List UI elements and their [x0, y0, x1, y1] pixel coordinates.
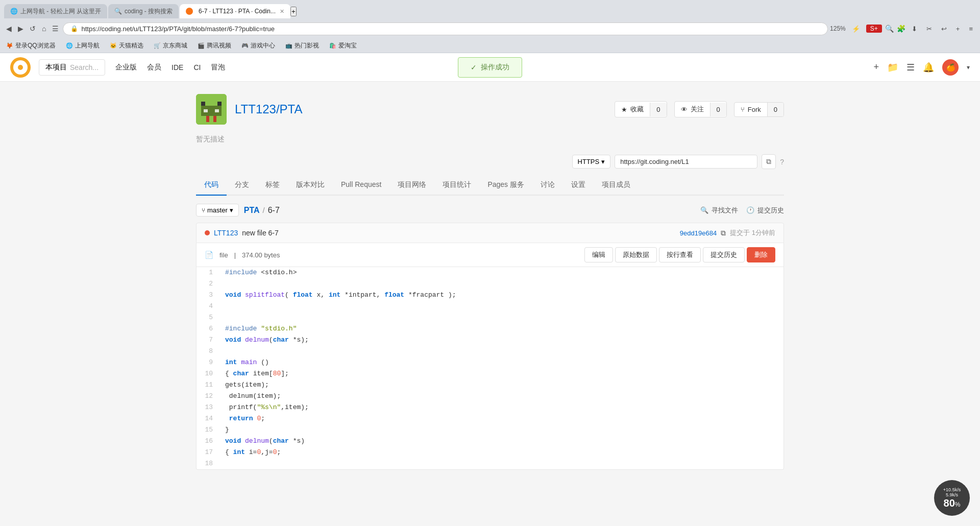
code-line-6: 6 #include "stdio.h": [197, 323, 783, 334]
help-icon[interactable]: ?: [780, 158, 784, 166]
watch-button[interactable]: 👁 关注 0: [674, 101, 727, 117]
watch-icon: 👁: [681, 106, 688, 113]
tab-network[interactable]: 项目网络: [389, 175, 434, 196]
raw-button[interactable]: 原始数据: [615, 247, 657, 262]
code-line-9: 9 int main (): [197, 357, 783, 368]
svg-rect-1: [201, 102, 205, 106]
bookmark-jd[interactable]: 🛒 京东商城: [152, 40, 189, 51]
nav-enterprise[interactable]: 企业版: [115, 61, 137, 74]
bookmark-tencent[interactable]: 🎬 腾讯视频: [195, 40, 233, 51]
project-title-link[interactable]: LTT123/PTA: [235, 102, 303, 116]
bookmark-tmall[interactable]: 🐱 天猫精选: [108, 40, 145, 51]
protocol-selector[interactable]: HTTPS ▾: [572, 155, 611, 169]
tab-compare[interactable]: 版本对比: [288, 175, 333, 196]
notification-text: 操作成功: [481, 63, 509, 72]
commit-history-button[interactable]: 🕐 提交历史: [746, 206, 784, 215]
undo-button[interactable]: ↩: [938, 24, 950, 34]
tab-pages[interactable]: Pages 服务: [479, 175, 532, 196]
bookmark-button[interactable]: ☰: [50, 22, 61, 35]
bookmark-icon-taobao: 🛍️: [329, 42, 336, 49]
file-action-buttons: 编辑 原始数据 按行查看 提交历史 删除: [584, 247, 775, 262]
history-button[interactable]: 提交历史: [703, 247, 745, 262]
tab-close-icon[interactable]: ✕: [280, 8, 284, 15]
edit-button[interactable]: 编辑: [584, 247, 613, 262]
menu-button[interactable]: S+: [866, 25, 882, 33]
svg-rect-6: [213, 116, 216, 122]
nav-bubble[interactable]: 冒泡: [211, 61, 225, 74]
search-btn[interactable]: 🔍: [885, 25, 894, 33]
find-file-button[interactable]: 🔍 寻找文件: [700, 206, 738, 215]
scissors-button[interactable]: ✂: [923, 24, 935, 34]
bookmark-qq[interactable]: 🦊 登录QQ浏览器: [4, 40, 58, 51]
network-percent-sign: %: [955, 501, 961, 508]
commit-author[interactable]: LTT123: [214, 229, 238, 237]
bookmark-games[interactable]: 🎮 游戏中心: [239, 40, 277, 51]
code-line-4: 4: [197, 301, 783, 312]
commit-message: new file 6-7: [242, 229, 279, 237]
logo-dot: [18, 65, 23, 70]
line-view-button[interactable]: 按行查看: [659, 247, 701, 262]
bookmark-label-movies: 热门影视: [295, 41, 319, 50]
reload-button[interactable]: ↺: [28, 22, 38, 35]
overflow-button[interactable]: ≡: [966, 24, 976, 34]
star-button[interactable]: ★ 收藏 0: [615, 101, 667, 117]
browser-tab-3[interactable]: 6-7 · LTT123 · PTA · Codin... ✕: [180, 4, 290, 18]
code-line-15: 15 }: [197, 424, 783, 436]
search-icon: 🔍: [700, 206, 708, 214]
line-number-9: 9: [197, 357, 217, 368]
bell-icon[interactable]: 🔔: [923, 62, 934, 73]
commit-time: 提交于 1分钟前: [730, 228, 775, 237]
tab-code[interactable]: 代码: [196, 175, 227, 196]
bookmark-taobao[interactable]: 🛍️ 爱淘宝: [327, 40, 359, 51]
delete-button[interactable]: 删除: [747, 247, 775, 262]
tab-tags[interactable]: 标签: [257, 175, 288, 196]
bookmark-icon-tencent: 🎬: [198, 42, 205, 49]
path-bar: ⑂ master ▾ PTA / 6-7 🔍 寻找文件 🕐 提交历史: [196, 204, 784, 217]
tab-settings[interactable]: 设置: [563, 175, 594, 196]
nav-ide[interactable]: IDE: [172, 61, 183, 74]
file-info-bar: 📄 file | 374.00 bytes 编辑 原始数据 按行查看 提交历史 …: [196, 243, 784, 267]
url-bar[interactable]: 🔒 https://coding.net/u/LTT123/p/PTA/git/…: [63, 22, 828, 35]
tab-pullrequest[interactable]: Pull Request: [333, 175, 389, 196]
line-number-11: 11: [197, 379, 217, 391]
browser-tab-1[interactable]: 🌐 上网导航 - 轻松上网 从这里开: [4, 4, 107, 18]
file-info-left: 📄 file | 374.00 bytes: [205, 251, 280, 259]
tab-stats[interactable]: 项目统计: [434, 175, 479, 196]
fork-button[interactable]: ⑂ Fork 0: [734, 102, 784, 117]
forward-button[interactable]: ▶: [16, 22, 26, 35]
download-button[interactable]: ⬇: [909, 24, 920, 34]
folder-icon[interactable]: 📁: [887, 62, 898, 73]
app-logo[interactable]: [10, 57, 31, 78]
branch-selector[interactable]: ⑂ master ▾: [196, 204, 239, 217]
nav-member[interactable]: 会员: [147, 61, 161, 74]
repo-url-input[interactable]: [615, 155, 757, 169]
project-search-box[interactable]: 本项目 Search...: [39, 59, 105, 76]
copy-url-button[interactable]: ⧉: [762, 154, 776, 169]
bookmark-nav[interactable]: 🌐 上网导航: [64, 40, 102, 51]
list-icon[interactable]: ☰: [906, 62, 915, 73]
code-block: 1 #include <stdio.h> 2 3 void splitfloat…: [196, 267, 784, 470]
commit-hash[interactable]: 9edd19e684: [680, 229, 717, 237]
line-content-10: { char item[80];: [217, 368, 783, 379]
tab-members[interactable]: 项目成员: [594, 175, 639, 196]
dropdown-arrow[interactable]: ▾: [967, 64, 970, 71]
back-button[interactable]: ◀: [4, 22, 14, 35]
tab-favicon-3: [186, 8, 193, 15]
browser-tab-2[interactable]: 🔍 coding - 搜狗搜索: [108, 4, 179, 18]
new-tab-button[interactable]: +: [290, 7, 297, 16]
tab-discussion[interactable]: 讨论: [532, 175, 563, 196]
nav-ci[interactable]: CI: [193, 61, 201, 74]
add-icon[interactable]: +: [873, 62, 879, 73]
user-avatar[interactable]: 🍊: [942, 59, 959, 76]
code-line-11: 11 gets(item);: [197, 379, 783, 391]
copy-hash-icon[interactable]: ⧉: [721, 229, 726, 237]
line-number-10: 10: [197, 368, 217, 379]
commit-info-right: 9edd19e684 ⧉ 提交于 1分钟前: [680, 228, 775, 237]
breadcrumb-root[interactable]: PTA: [244, 206, 260, 215]
extensions-button[interactable]: ⚡: [849, 24, 863, 34]
add-button[interactable]: +: [953, 24, 963, 34]
tab-branches[interactable]: 分支: [227, 175, 257, 196]
home-button[interactable]: ⌂: [40, 22, 48, 35]
bookmark-movies[interactable]: 📺 热门影视: [283, 40, 321, 51]
bookmark-icon-nav: 🌐: [66, 42, 73, 49]
